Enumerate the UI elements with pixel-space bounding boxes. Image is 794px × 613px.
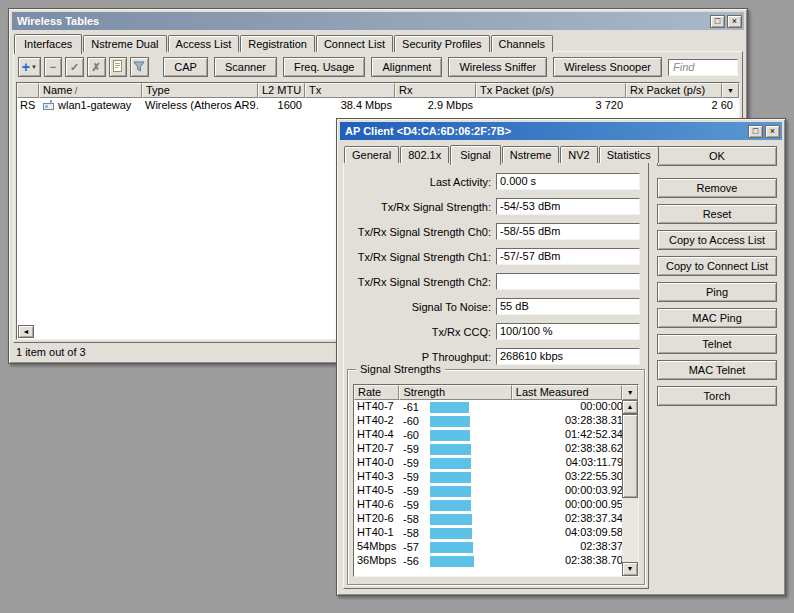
signal-column-header-rate[interactable]: Rate: [354, 385, 399, 400]
column-header-tx-packet-p-s[interactable]: Tx Packet (p/s): [476, 83, 626, 98]
field-value-tx-rx-ccq[interactable]: 100/100 %: [496, 323, 640, 340]
telnet-button[interactable]: Telnet: [657, 334, 777, 354]
signal-strength-value: -58: [403, 513, 427, 526]
cap-button[interactable]: CAP: [163, 57, 208, 77]
dialog-tab-general[interactable]: General: [344, 146, 399, 163]
wireless-snooper-button[interactable]: Wireless Snooper: [553, 57, 662, 77]
tab-registration[interactable]: Registration: [240, 35, 315, 52]
field-label-tx-rx-signal-strength-ch1: Tx/Rx Signal Strength Ch1:: [348, 251, 496, 263]
signal-row[interactable]: HT40-1-5804:03:09.58: [354, 526, 638, 540]
table-row[interactable]: RSwlan1-gatewayWireless (Atheros AR9...1…: [17, 98, 739, 112]
dialog-tab-nstreme[interactable]: Nstreme: [502, 146, 560, 163]
field-value-tx-rx-signal-strength-ch1[interactable]: -57/-57 dBm: [496, 248, 640, 265]
signal-strength: -58: [400, 512, 514, 526]
signal-row[interactable]: HT40-7-6100:00:00: [354, 400, 638, 414]
signal-table-scrollbar[interactable]: ▲ ▼: [622, 400, 638, 576]
scroll-up-button[interactable]: ▲: [622, 400, 638, 414]
remove-button[interactable]: Remove: [657, 178, 777, 198]
scroll-down-button[interactable]: ▼: [622, 562, 638, 576]
scanner-button[interactable]: Scanner: [214, 57, 277, 77]
close-button[interactable]: ×: [727, 15, 742, 28]
signal-last-measured: 03:22:55.30: [514, 470, 626, 484]
torch-button[interactable]: Torch: [657, 386, 777, 406]
scroll-up-icon: ▲: [627, 403, 634, 410]
mac-ping-button[interactable]: MAC Ping: [657, 308, 777, 328]
field-value-last-activity[interactable]: 0.000 s: [496, 173, 640, 190]
signal-rate: HT40-0: [354, 456, 400, 470]
signal-last-measured: 00:00:03.92: [514, 484, 626, 498]
main-window-titlebar[interactable]: Wireless Tables □ ×: [12, 12, 744, 30]
copy-to-access-list-button[interactable]: Copy to Access List: [657, 230, 777, 250]
tab-connect-list[interactable]: Connect List: [316, 35, 393, 52]
signal-strength-bar: [430, 542, 473, 553]
add-button[interactable]: +▼: [18, 57, 41, 77]
ping-button[interactable]: Ping: [657, 282, 777, 302]
signal-row[interactable]: HT40-6-5900:00:00.95: [354, 498, 638, 512]
ok-button[interactable]: OK: [657, 146, 777, 166]
column-header-tx[interactable]: Tx: [305, 83, 395, 98]
dialog-tab-statistics[interactable]: Statistics: [599, 146, 659, 163]
dialog-tab-802-1x[interactable]: 802.1x: [400, 146, 449, 163]
tab-interfaces[interactable]: Interfaces: [14, 34, 82, 54]
cell-type: Wireless (Atheros AR9...: [142, 98, 258, 112]
scrollbar-thumb[interactable]: [622, 414, 638, 498]
field-label-tx-rx-signal-strength: Tx/Rx Signal Strength:: [348, 201, 496, 213]
tab-access-list[interactable]: Access List: [168, 35, 240, 52]
field-label-p-throughput: P Throughput:: [348, 351, 496, 363]
field-value-tx-rx-signal-strength[interactable]: -54/-53 dBm: [496, 198, 640, 215]
signal-strength: -56: [400, 554, 514, 568]
signal-row[interactable]: HT40-0-5904:03:11.79: [354, 456, 638, 470]
find-input[interactable]: [668, 59, 738, 76]
signal-strength-value: -59: [403, 471, 427, 484]
field-value-signal-to-noise[interactable]: 55 dB: [496, 298, 640, 315]
column-header-rx-packet-p-s[interactable]: Rx Packet (p/s): [626, 83, 722, 98]
tab-nstreme-dual[interactable]: Nstreme Dual: [83, 35, 166, 52]
field-value-p-throughput[interactable]: 268610 kbps: [496, 348, 640, 365]
freq-usage-button[interactable]: Freq. Usage: [283, 57, 366, 77]
tab-channels[interactable]: Channels: [491, 35, 553, 52]
signal-row[interactable]: HT40-5-5900:00:03.92: [354, 484, 638, 498]
wireless-sniffer-button[interactable]: Wireless Sniffer: [448, 57, 547, 77]
field-value-tx-rx-signal-strength-ch2[interactable]: [496, 273, 640, 290]
field-value-tx-rx-signal-strength-ch0[interactable]: -58/-55 dBm: [496, 223, 640, 240]
signal-column-header-last-measured[interactable]: Last Measured: [512, 385, 622, 400]
scroll-left-button[interactable]: ◄: [18, 325, 34, 338]
remove-button[interactable]: −: [44, 57, 63, 77]
dialog-titlebar[interactable]: AP Client <D4:CA:6D:06:2F:7B> □ ×: [340, 122, 782, 140]
signal-strength: -60: [400, 428, 514, 442]
signal-strength: -58: [400, 526, 514, 540]
dialog-tab-nv2[interactable]: NV2: [560, 146, 597, 163]
signal-row[interactable]: HT40-4-6001:42:52.34: [354, 428, 638, 442]
reset-button[interactable]: Reset: [657, 204, 777, 224]
dialog-maximize-button[interactable]: □: [748, 125, 763, 138]
copy-to-connect-list-button[interactable]: Copy to Connect List: [657, 256, 777, 276]
alignment-button[interactable]: Alignment: [371, 57, 442, 77]
dialog-tab-signal[interactable]: Signal: [450, 145, 501, 165]
interface-name: wlan1-gateway: [58, 98, 131, 112]
signal-strength-bar: [430, 514, 472, 525]
disable-button[interactable]: ✗: [87, 57, 106, 77]
column-header-name[interactable]: Name /: [39, 83, 142, 98]
column-select-button[interactable]: ▼: [722, 83, 739, 98]
signal-fields: Last Activity:0.000 sTx/Rx Signal Streng…: [344, 173, 648, 373]
comment-button[interactable]: [109, 57, 128, 77]
signal-row[interactable]: HT40-2-6003:28:38.31: [354, 414, 638, 428]
enable-button[interactable]: ✓: [65, 57, 84, 77]
signal-column-select-button[interactable]: ▼: [622, 385, 638, 400]
column-header-flags[interactable]: [17, 83, 39, 98]
signal-row[interactable]: 54Mbps-5702:38:37: [354, 540, 638, 554]
mac-telnet-button[interactable]: MAC Telnet: [657, 360, 777, 380]
dialog-close-button[interactable]: ×: [765, 125, 780, 138]
signal-row[interactable]: HT20-6-5802:38:37.34: [354, 512, 638, 526]
signal-strengths-group-title: Signal Strengths: [356, 363, 445, 375]
signal-column-header-strength[interactable]: Strength: [399, 385, 511, 400]
column-header-rx[interactable]: Rx: [395, 83, 476, 98]
filter-button[interactable]: [130, 57, 149, 77]
signal-row[interactable]: 36Mbps-5602:38:38.70: [354, 554, 638, 568]
column-header-type[interactable]: Type: [142, 83, 258, 98]
signal-row[interactable]: HT40-3-5903:22:55.30: [354, 470, 638, 484]
signal-row[interactable]: HT20-7-5902:38:38.62: [354, 442, 638, 456]
column-header-l2-mtu[interactable]: L2 MTU: [258, 83, 305, 98]
maximize-button[interactable]: □: [710, 15, 725, 28]
tab-security-profiles[interactable]: Security Profiles: [394, 35, 489, 52]
